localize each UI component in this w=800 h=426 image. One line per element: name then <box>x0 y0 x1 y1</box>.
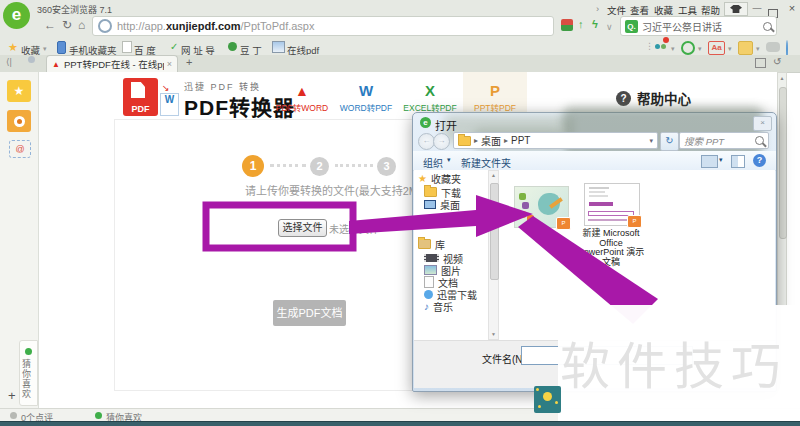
ext-font-icon[interactable]: Aa <box>708 41 725 55</box>
speed-icon[interactable]: ϟ <box>592 18 598 30</box>
organize-button[interactable]: 组织 <box>423 155 443 170</box>
side-panel: ★ @ 猜你喜欢 + <box>0 72 39 408</box>
site-icon <box>98 19 112 33</box>
nav-ppt-to-pdf[interactable]: P PPT转PDF <box>464 82 526 113</box>
file-new-ppt-thumbnail[interactable]: P <box>584 183 640 226</box>
ext-people-caret-icon[interactable]: ▾ <box>671 45 675 53</box>
dialog-search-icon[interactable] <box>755 136 764 145</box>
ext-cheese-icon[interactable] <box>738 41 753 55</box>
menu-caret-icon[interactable]: › <box>596 3 599 14</box>
breadcrumb-ppt[interactable]: PPT <box>511 135 530 146</box>
new-tab-button[interactable]: + <box>186 56 192 68</box>
views-caret-icon[interactable]: ▾ <box>719 156 723 164</box>
scroll-down-icon[interactable]: ▼ <box>489 330 498 339</box>
step-dots <box>270 164 306 167</box>
generate-pdf-button[interactable]: 生成PDF文档 <box>273 300 346 326</box>
dialog-close-button[interactable]: × <box>753 116 772 131</box>
at-app-button[interactable]: @ <box>9 140 31 158</box>
scroll-up-icon[interactable]: ▲ <box>778 73 786 83</box>
multi-window-icon[interactable] <box>755 58 766 68</box>
panel-add-button[interactable]: + <box>8 388 16 403</box>
dialog-search-placeholder: 搜索 PPT <box>684 134 755 148</box>
close-button[interactable]: × <box>784 2 800 14</box>
sidebar-favorites[interactable]: ★ 收藏夹 <box>418 172 461 184</box>
breadcrumb-caret-icon[interactable]: ▾ <box>649 137 653 145</box>
star-icon: ★ <box>418 173 427 184</box>
panel-collapse-icon[interactable]: ⟨| <box>6 57 12 67</box>
scrollbar-thumb[interactable] <box>779 87 787 239</box>
sidebar-libraries[interactable]: 库 <box>418 238 445 250</box>
dialog-refresh-icon[interactable]: ↻ <box>660 132 679 151</box>
file-001-thumbnail[interactable]: P <box>514 186 569 228</box>
breadcrumb-desktop[interactable]: 桌面 <box>481 133 501 148</box>
share-icon[interactable]: ↑ <box>578 18 584 30</box>
acrobat-icon: ▲ <box>295 83 309 99</box>
folder-icon <box>424 187 437 197</box>
new-folder-button[interactable]: 新建文件夹 <box>461 155 511 170</box>
ppt-icon: P <box>490 82 500 99</box>
nav-word-to-pdf-label: WORD转PDF <box>335 101 397 113</box>
image-icon <box>272 41 285 53</box>
step-dots <box>335 164 373 167</box>
scroll-up-icon[interactable]: ▲ <box>489 171 498 180</box>
tip-widget[interactable] <box>534 386 561 413</box>
guess-you-like-tab[interactable]: 猜你喜欢 <box>19 340 38 406</box>
menu-file[interactable]: 文件 <box>607 3 626 17</box>
menu-view[interactable]: 查看 <box>630 3 649 17</box>
dialog-help-icon[interactable]: ? <box>753 154 766 167</box>
dialog-search-box[interactable]: 搜索 PPT <box>679 132 769 149</box>
scrollbar-thumb[interactable] <box>490 183 499 280</box>
nav-word-to-pdf[interactable]: W WORD转PDF <box>335 82 397 113</box>
ext-shield-caret-icon[interactable]: ▾ <box>698 45 702 53</box>
brand-pdf-icon: PDF <box>123 78 158 116</box>
file-001-name[interactable]: 001 <box>514 229 567 239</box>
site-safety-icon[interactable] <box>561 19 573 31</box>
text-line <box>589 191 605 193</box>
favorites-caret-icon[interactable]: ▾ <box>43 45 47 53</box>
search-box[interactable]: Q. 习近平公祭日讲话 <box>620 16 777 36</box>
back-icon[interactable]: ← <box>44 18 56 32</box>
step-2-badge: 2 <box>310 157 329 176</box>
home-icon[interactable]: ⌂ <box>78 18 85 32</box>
menu-help[interactable]: 帮助 <box>701 3 720 17</box>
ext-people-icon[interactable] <box>653 40 667 53</box>
breadcrumb[interactable]: ▸ 桌面 ▸ PPT ▾ <box>453 132 658 149</box>
dialog-forward-icon[interactable]: → <box>433 133 450 150</box>
sidebar-item-desktop[interactable]: 桌面 <box>424 198 460 210</box>
douding-icon <box>228 42 237 51</box>
sidebar-favorites-label: 收藏夹 <box>431 171 461 186</box>
favorites-panel-button[interactable]: ★ <box>7 80 31 102</box>
restore-closed-tab-icon[interactable]: ↺ <box>773 56 781 67</box>
ext-cheese-caret-icon[interactable]: ▾ <box>756 45 760 53</box>
minimize-button[interactable]: — <box>749 3 765 13</box>
dialog-title: 打开 <box>435 117 457 133</box>
nav-pdf-to-word[interactable]: ▲ PDF转WORD <box>271 82 333 113</box>
nav-excel-to-pdf[interactable]: X EXCEL转PDF <box>399 82 461 113</box>
preview-pane-icon[interactable] <box>731 155 745 168</box>
picture-icon <box>424 265 437 275</box>
ext-game-icon[interactable] <box>766 42 780 52</box>
file-new-ppt-name[interactable]: 新建 Microsoft Office PowerPoint 演示 文稿 <box>572 229 650 267</box>
sidebar-item-music[interactable]: ♪ 音乐 <box>424 300 453 312</box>
ext-font-caret-icon[interactable]: ▾ <box>728 45 732 53</box>
menu-tools[interactable]: 工具 <box>678 3 697 17</box>
refresh-icon[interactable]: ↻ <box>62 18 72 32</box>
choose-file-button[interactable]: 选择文件 <box>278 219 327 237</box>
search-input[interactable]: 习近平公祭日讲话 <box>642 19 763 34</box>
tab-active[interactable]: ▲ PPT转PDF在线 - 在线pp × <box>46 55 178 72</box>
tab-close-icon[interactable]: × <box>167 59 172 69</box>
ext-money-shield-icon[interactable] <box>681 41 695 55</box>
views-icon[interactable] <box>701 155 718 168</box>
weibo-button[interactable] <box>7 110 31 132</box>
help-center-link[interactable]: ? 帮助中心 <box>616 88 691 108</box>
url-dropdown-icon[interactable]: ∨ <box>606 22 613 32</box>
spark-icon <box>555 401 558 404</box>
theme-skin-button[interactable] <box>724 2 748 16</box>
organize-caret-icon[interactable]: ▾ <box>447 156 451 164</box>
dialog-sidebar-scrollbar[interactable]: ▲ ▼ <box>488 170 499 340</box>
url-bar[interactable]: http://app.xunjiepdf.com/PptToPdf.aspx <box>92 16 554 36</box>
menu-favorites[interactable]: 收藏 <box>654 3 673 17</box>
page-scrollbar[interactable]: ▲ <box>777 72 787 306</box>
favorites-star-icon[interactable]: ★ <box>8 41 18 54</box>
search-icon[interactable] <box>763 22 772 31</box>
